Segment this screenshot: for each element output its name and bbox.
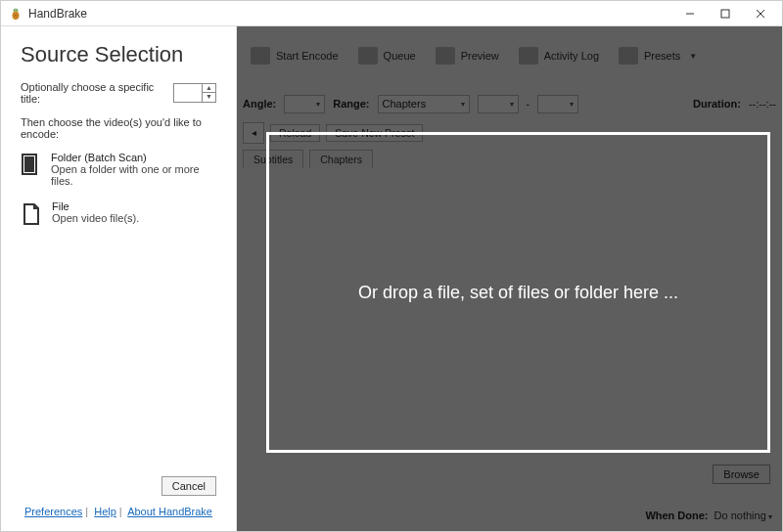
source-selection-panel: Source Selection Optionally choose a spe… xyxy=(1,26,237,531)
source-file-title: File xyxy=(52,200,139,212)
close-button[interactable] xyxy=(743,1,778,25)
preferences-link[interactable]: Preferences xyxy=(24,506,82,517)
help-link[interactable]: Help xyxy=(94,506,116,517)
about-link[interactable]: About HandBrake xyxy=(127,506,212,517)
cancel-button[interactable]: Cancel xyxy=(161,476,216,496)
title-step-up[interactable]: ▲ xyxy=(203,84,215,93)
app-window: HandBrake Source Selection Optionally ch… xyxy=(0,0,783,532)
app-title: HandBrake xyxy=(28,7,87,21)
title-step-down[interactable]: ▼ xyxy=(203,93,215,102)
minimize-button[interactable] xyxy=(672,1,708,25)
main-area: Start Encode Queue Preview Activity Log … xyxy=(237,26,782,531)
specific-title-row: Optionally choose a specific title: ▲ ▼ xyxy=(21,81,216,105)
svg-rect-6 xyxy=(24,156,34,172)
source-folder-option[interactable]: Folder (Batch Scan) Open a folder with o… xyxy=(21,152,216,187)
source-folder-title: Folder (Batch Scan) xyxy=(51,152,216,163)
svg-rect-2 xyxy=(721,10,729,18)
folder-icon xyxy=(21,152,41,179)
title-label: Optionally choose a specific title: xyxy=(21,81,165,105)
titlebar: HandBrake xyxy=(1,1,782,26)
app-icon xyxy=(9,7,23,21)
title-spinner[interactable]: ▲ ▼ xyxy=(173,83,216,103)
source-file-option[interactable]: File Open video file(s). xyxy=(21,200,216,228)
maximize-button[interactable] xyxy=(708,1,743,25)
instruction-text: Then choose the video(s) you'd like to e… xyxy=(21,116,216,140)
source-file-desc: Open video file(s). xyxy=(52,212,139,224)
source-folder-desc: Open a folder with one or more files. xyxy=(51,163,216,187)
footer-links: Preferences| Help| About HandBrake xyxy=(21,502,216,521)
panel-heading: Source Selection xyxy=(21,42,216,67)
window-controls xyxy=(672,1,778,25)
titlebar-left: HandBrake xyxy=(9,7,87,21)
file-icon xyxy=(21,200,42,228)
title-input[interactable] xyxy=(174,84,202,102)
drop-zone[interactable]: Or drop a file, set of files or folder h… xyxy=(266,132,770,453)
drop-zone-text: Or drop a file, set of files or folder h… xyxy=(358,283,678,303)
